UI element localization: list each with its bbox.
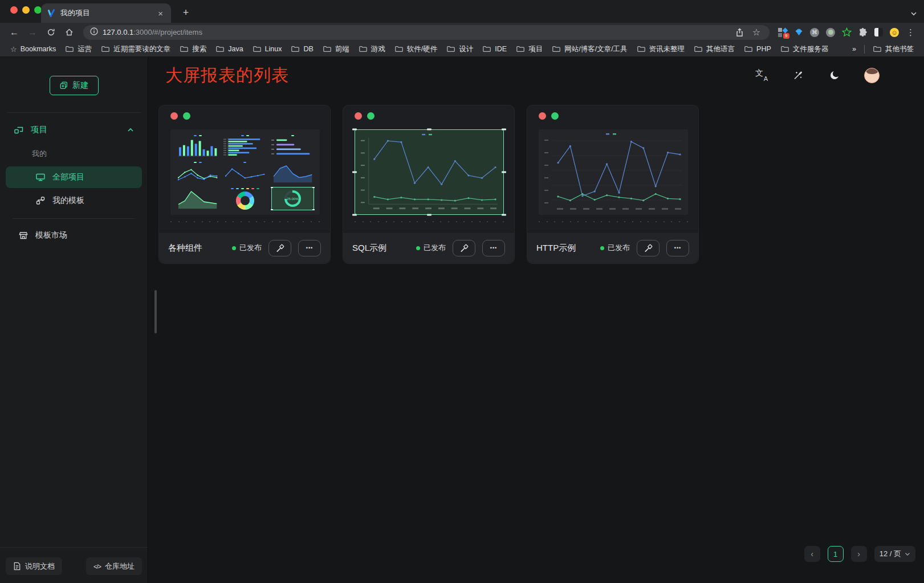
bookmark-folder[interactable]: 前端 [318, 43, 354, 55]
bookmark-folder-label: 项目 [528, 44, 543, 54]
folder-icon [873, 44, 882, 54]
legend-swatch [241, 188, 244, 189]
extension-green-star-icon[interactable] [840, 26, 853, 39]
selection-handle[interactable] [502, 172, 506, 173]
bookmark-folder[interactable]: 软件/硬件 [390, 43, 442, 55]
more-actions-button[interactable]: ••• [666, 240, 689, 256]
site-info-icon[interactable] [90, 27, 98, 38]
folder-icon [180, 44, 189, 54]
bookmark-folder[interactable]: 游戏 [354, 43, 390, 55]
bookmark-folder[interactable]: IDE [478, 43, 511, 55]
selection-handle[interactable] [502, 214, 506, 216]
bookmark-folder[interactable]: Java [211, 43, 247, 55]
bookmark-folder[interactable]: 文件服务器 [776, 43, 833, 55]
selection-handle[interactable] [352, 129, 357, 131]
bookmark-folder[interactable]: 近期需要读的文章 [96, 43, 175, 55]
selection-handle[interactable] [427, 129, 432, 131]
selection-handle [312, 187, 315, 188]
user-avatar[interactable] [864, 68, 880, 83]
content-scrollbar[interactable] [154, 290, 157, 333]
bookmark-folder[interactable]: PHP [739, 43, 776, 55]
project-thumbnail[interactable]: 25.00% [170, 129, 320, 215]
project-card[interactable]: 25.00%各种组件已发布••• [158, 105, 331, 264]
selection-handle[interactable] [427, 214, 432, 216]
bookmark-folder[interactable]: 项目 [511, 43, 547, 55]
edit-project-button[interactable] [268, 240, 291, 256]
docs-button[interactable]: 说明文档 [6, 557, 62, 575]
separator-dot [303, 221, 304, 222]
bookmarks-overflow-button[interactable]: » [848, 43, 861, 55]
more-actions-button[interactable]: ••• [298, 240, 321, 256]
other-bookmarks-folder[interactable]: 其他书签 [868, 43, 918, 55]
language-button[interactable]: 文A [755, 68, 768, 82]
bookmark-folder[interactable]: 其他语言 [689, 43, 739, 55]
selection-handle[interactable] [502, 129, 506, 131]
sidebar-menu: 项目 我的 全部项目 我的模板 模板市场 [0, 113, 148, 246]
sidebar-item-template-market[interactable]: 模板市场 [6, 225, 142, 246]
legend-swatch [236, 188, 239, 189]
bookmark-folder[interactable]: DB [286, 43, 318, 55]
edit-project-button[interactable] [637, 240, 660, 256]
prev-page-button[interactable]: ‹ [804, 546, 820, 562]
repo-button[interactable]: </> 仓库地址 [86, 557, 142, 575]
bookmark-folder[interactable]: 设计 [442, 43, 478, 55]
bookmarks-manager-item[interactable]: ☆ Bookmarks [6, 43, 60, 55]
selection-handle[interactable] [352, 214, 357, 216]
tab-search-chevron-icon[interactable] [910, 8, 917, 18]
selection-handle[interactable] [352, 172, 357, 173]
share-icon[interactable] [733, 26, 746, 39]
extension-grid-icon[interactable]: 9 [776, 26, 789, 39]
project-name: SQL示例 [352, 243, 386, 254]
card-status-dots [355, 112, 375, 120]
url-text[interactable]: 127.0.0.1:3000/#/project/items [103, 28, 202, 36]
address-bar[interactable]: 127.0.0.1:3000/#/project/items ☆ [83, 25, 770, 40]
browser-tab[interactable]: 我的项目 × [41, 3, 171, 23]
status-label: 已发布 [424, 243, 446, 253]
url-path: :3000/#/project/items [133, 28, 202, 36]
project-card[interactable]: SQL示例已发布••• [343, 105, 515, 264]
dark-mode-button[interactable] [828, 68, 841, 82]
separator-dot [463, 221, 465, 222]
back-button[interactable]: ← [7, 25, 22, 40]
bookmark-folder[interactable]: 资讯未整理 [632, 43, 690, 55]
bookmark-folder-label: 搜索 [192, 44, 206, 54]
page-size-select[interactable]: 12 / 页 [874, 546, 915, 562]
separator-dot [456, 221, 457, 222]
sidebar-item-my-templates[interactable]: 我的模板 [6, 190, 142, 211]
extensions-puzzle-icon[interactable] [856, 26, 869, 39]
new-project-button[interactable]: 新建 [50, 76, 99, 95]
dark-reader-icon[interactable] [872, 26, 885, 39]
bookmark-star-icon[interactable]: ☆ [750, 26, 763, 39]
bookmark-folder[interactable]: 网站/博客/文章/工具 [547, 43, 632, 55]
emoji-extension-icon[interactable]: ☺ [888, 26, 901, 39]
sidebar-group-projects[interactable]: 项目 [6, 117, 142, 142]
separator-dot [487, 221, 488, 222]
project-card[interactable]: HTTP示例已发布••• [527, 105, 699, 264]
edit-project-button[interactable] [453, 240, 475, 256]
home-button[interactable] [62, 25, 76, 40]
close-window-button[interactable] [10, 6, 18, 14]
browser-menu-icon[interactable]: ⋮ [904, 27, 917, 38]
tab-close-icon[interactable]: × [156, 9, 165, 18]
separator-dot [495, 221, 496, 222]
bookmark-folder[interactable]: 运营 [60, 43, 96, 55]
docs-label: 说明文档 [25, 561, 55, 572]
extension-gem-icon[interactable] [792, 26, 805, 39]
extension-command-icon[interactable]: ⌘ [808, 26, 821, 39]
selection-handle [271, 187, 273, 188]
magic-wand-button[interactable] [791, 68, 805, 82]
sidebar-item-all-projects[interactable]: 全部项目 [6, 166, 142, 188]
bookmark-folder[interactable]: Linux [248, 43, 287, 55]
next-page-button[interactable]: › [851, 546, 867, 562]
reload-button[interactable] [43, 25, 58, 40]
extension-recorder-icon[interactable] [824, 26, 837, 39]
new-tab-button[interactable]: + [179, 6, 193, 19]
project-thumbnail[interactable] [355, 129, 504, 215]
separator-dot [355, 221, 356, 222]
bookmark-folder[interactable]: 搜索 [175, 43, 211, 55]
more-actions-button[interactable]: ••• [482, 240, 505, 256]
current-page-button[interactable]: 1 [828, 546, 844, 562]
project-thumbnail[interactable] [539, 129, 688, 215]
separator-dot [570, 221, 571, 222]
minimize-window-button[interactable] [22, 6, 30, 14]
